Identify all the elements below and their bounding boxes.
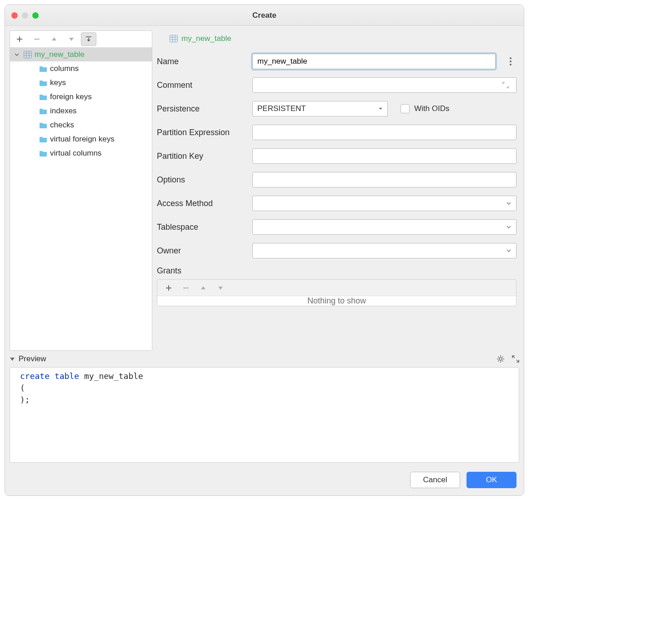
tablespace-label: Tablespace	[157, 222, 252, 232]
preview-section: Preview create table my_new_table ( );	[5, 351, 524, 467]
folder-icon	[39, 94, 47, 100]
move-down-button[interactable]	[64, 32, 79, 46]
expand-icon	[502, 82, 509, 88]
comment-input[interactable]	[252, 77, 517, 93]
partition-key-input[interactable]	[252, 148, 517, 164]
tree-item-columns[interactable]: columns	[10, 61, 152, 76]
partition-key-label: Partition Key	[157, 151, 252, 161]
preview-expand-button[interactable]	[512, 355, 519, 363]
tree-item-label: virtual foreign keys	[50, 135, 115, 144]
button-bar: Cancel OK	[5, 467, 524, 495]
tree-item-virtual-columns[interactable]: virtual columns	[10, 146, 152, 160]
with-oids-checkbox[interactable]	[401, 104, 410, 113]
create-dialog: Create	[5, 5, 524, 496]
folder-icon	[39, 136, 47, 142]
add-button[interactable]	[12, 32, 27, 46]
chevron-down-icon	[15, 52, 21, 57]
grants-down-button[interactable]	[213, 281, 228, 295]
tree-item-keys[interactable]: keys	[10, 76, 152, 90]
name-input[interactable]	[252, 54, 496, 69]
folder-icon	[39, 122, 47, 128]
partition-expr-input[interactable]	[252, 125, 517, 140]
tree-item-checks[interactable]: checks	[10, 118, 152, 132]
import-button[interactable]	[81, 32, 96, 46]
svg-point-5	[499, 358, 502, 360]
minus-icon	[34, 36, 40, 42]
preview-toggle[interactable]	[10, 356, 15, 362]
chevron-down-icon	[378, 106, 383, 111]
persistence-label: Persistence	[157, 104, 252, 114]
triangle-down-icon	[69, 36, 74, 42]
move-up-button[interactable]	[46, 32, 62, 46]
persistence-select[interactable]: PERSISTENT	[252, 101, 388, 116]
ok-button[interactable]: OK	[466, 472, 517, 488]
tree-item-label: columns	[50, 64, 79, 73]
with-oids-label: With OIDs	[414, 104, 449, 113]
grants-add-button[interactable]	[161, 281, 176, 295]
preview-label: Preview	[19, 354, 46, 363]
folder-icon	[39, 150, 47, 156]
options-input[interactable]	[252, 172, 517, 187]
tree-item-virtual-foreign-keys[interactable]: virtual foreign keys	[10, 132, 152, 146]
svg-point-3	[510, 61, 512, 62]
folder-icon	[39, 108, 47, 114]
chevron-down-icon	[506, 248, 512, 253]
plus-icon	[16, 36, 23, 42]
cancel-button[interactable]: Cancel	[410, 472, 460, 488]
sql-preview[interactable]: create table my_new_table ( );	[18, 368, 519, 462]
tree-item-label: virtual columns	[50, 149, 101, 158]
window-controls	[11, 12, 39, 19]
grants-up-button[interactable]	[196, 281, 211, 295]
form: Name Comment	[154, 47, 519, 351]
triangle-down-icon	[10, 356, 15, 362]
svg-point-2	[510, 57, 512, 59]
triangle-down-icon	[218, 285, 223, 291]
grants-remove-button[interactable]	[178, 281, 194, 295]
partition-expr-label: Partition Expression	[157, 128, 252, 137]
owner-select[interactable]	[252, 243, 517, 258]
code-gutter	[10, 368, 18, 462]
triangle-up-icon	[201, 285, 206, 291]
preview-header: Preview	[10, 351, 519, 367]
svg-rect-0	[24, 51, 32, 58]
triangle-up-icon	[51, 36, 57, 42]
owner-label: Owner	[157, 246, 252, 256]
folder-icon	[39, 66, 47, 72]
comment-label: Comment	[157, 81, 252, 90]
gear-icon	[496, 355, 505, 363]
minimize-window-button[interactable]	[22, 12, 28, 19]
tree-item-label: keys	[50, 78, 66, 87]
svg-rect-1	[170, 35, 178, 42]
close-window-button[interactable]	[11, 12, 18, 19]
more-actions-button[interactable]	[505, 57, 517, 66]
access-method-select[interactable]	[252, 196, 517, 211]
tablespace-select[interactable]	[252, 219, 517, 235]
table-icon	[24, 51, 32, 58]
remove-button[interactable]	[29, 32, 45, 46]
access-method-label: Access Method	[157, 199, 252, 208]
structure-sidebar: my_new_table columns keys foreign keys i…	[10, 30, 152, 351]
preview-body: create table my_new_table ( );	[10, 367, 519, 463]
grants-empty-text: Nothing to show	[157, 296, 516, 306]
structure-tree: my_new_table columns keys foreign keys i…	[10, 47, 152, 350]
tree-item-foreign-keys[interactable]: foreign keys	[10, 90, 152, 104]
kebab-icon	[510, 57, 512, 66]
tree-item-indexes[interactable]: indexes	[10, 104, 152, 118]
name-label: Name	[157, 57, 252, 66]
persistence-value: PERSISTENT	[257, 104, 306, 113]
grants-panel: Nothing to show	[157, 279, 517, 306]
expand-icon	[512, 355, 519, 363]
titlebar: Create	[5, 5, 524, 26]
svg-point-4	[510, 64, 512, 66]
tree-item-label: foreign keys	[50, 92, 92, 101]
grants-label: Grants	[157, 266, 517, 276]
main-panel: my_new_table Name Comment	[154, 30, 519, 351]
grants-toolbar	[157, 280, 516, 296]
tree-item-label: checks	[50, 121, 74, 130]
folder-icon	[39, 80, 47, 86]
preview-settings-button[interactable]	[496, 355, 505, 363]
zoom-window-button[interactable]	[32, 12, 39, 19]
content-area: my_new_table columns keys foreign keys i…	[5, 26, 524, 351]
tree-root-row[interactable]: my_new_table	[10, 47, 152, 61]
chevron-down-icon	[506, 201, 512, 206]
